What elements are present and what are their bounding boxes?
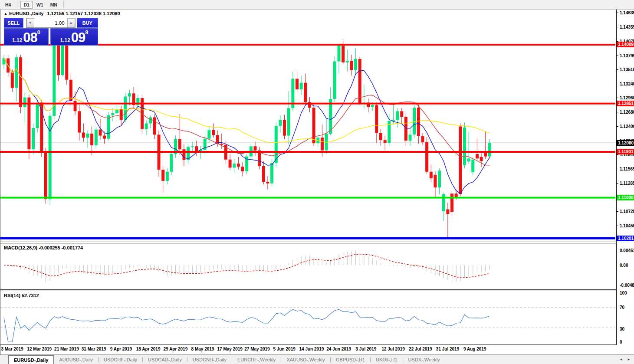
timeframe-mn-button[interactable]: MN: [47, 1, 60, 9]
macd-axis-label: -0.004806: [617, 282, 634, 288]
current-price-label: 1.12080: [617, 140, 634, 146]
symbol-marker-icon: ▲: [4, 12, 7, 16]
level-price-label: 1.14009: [617, 42, 634, 47]
date-axis-label: 29 Apr 2019: [163, 347, 187, 351]
macd-indicator-label: MACD(12,26,9) -0.000255 -0.001774: [4, 245, 83, 250]
date-axis-label: 9 Apr 2019: [110, 347, 132, 351]
rsi-axis-label: 70: [617, 305, 624, 310]
timeframe-toolbar: H4 D1 W1 MN: [0, 0, 634, 10]
tab-scroll-right-icon[interactable]: ►: [627, 357, 631, 361]
date-axis-label: 27 May 2019: [244, 347, 269, 351]
date-axis-label: 3 Jul 2019: [355, 347, 376, 351]
volume-decrease-icon[interactable]: ▼: [26, 18, 34, 27]
date-axis: 3 Mar 201912 Mar 201921 Mar 201931 Mar 2…: [0, 345, 616, 354]
price-tick-label: 1.12680: [617, 109, 634, 115]
sell-button[interactable]: SELL: [4, 18, 23, 28]
timeframe-w1-button[interactable]: W1: [33, 1, 46, 9]
volume-increase-icon[interactable]: ▲: [67, 18, 75, 27]
level-price-label: 1.12851: [617, 101, 634, 106]
sell-price-panel[interactable]: 1.12 08 0: [4, 28, 49, 46]
date-axis-label: 8 May 2019: [191, 347, 214, 351]
price-tick-label: 1.13240: [617, 81, 634, 87]
tab-scroll-controls: ◄►: [619, 357, 631, 361]
date-axis-label: 24 Jun 2019: [326, 347, 351, 351]
price-tick-label: 1.12960: [617, 95, 634, 101]
one-click-trading-panel: SELL ▼ ▲ BUY 1.12 08 0 1.12 09 8: [4, 18, 98, 46]
chart-tab[interactable]: USDX-,Weekly: [403, 355, 445, 364]
sell-price-big: 08: [23, 32, 37, 44]
chart-title: ▲EURUSD-,Daily1.12156 1.12157 1.12038 1.…: [4, 11, 120, 16]
volume-input[interactable]: [34, 18, 67, 27]
chart-ohlc-values: 1.12156 1.12157 1.12038 1.12080: [47, 11, 120, 16]
chart-tab[interactable]: USDCAD-,Daily: [143, 355, 187, 364]
macd-axis-label: 0.004517: [617, 248, 634, 253]
rsi-axis-label: 0: [617, 339, 622, 345]
chart-tab[interactable]: GBPUSD-,H1: [331, 355, 370, 364]
chart-tab[interactable]: EURCHF-,Weekly: [232, 355, 281, 364]
chart-tab[interactable]: AUDUSD-,Daily: [54, 355, 98, 364]
date-axis-label: 14 Jun 2019: [299, 347, 324, 351]
price-tick-label: 1.13515: [617, 67, 634, 72]
buy-price-panel[interactable]: 1.12 09 8: [50, 28, 98, 46]
sell-price-prefix: 1.12: [12, 37, 22, 44]
price-tick-label: 1.10450: [617, 223, 634, 229]
chart-tab[interactable]: USDCNH-,Daily: [187, 355, 232, 364]
chart-symbol-label: EURUSD-,Daily: [9, 11, 43, 16]
date-axis-label: 9 Aug 2019: [463, 347, 486, 351]
tab-scroll-left-icon[interactable]: ◄: [619, 357, 623, 361]
price-tick-label: 1.13795: [617, 53, 634, 59]
toolbar-separator: [17, 1, 17, 8]
rsi-axis-label: 100: [617, 290, 627, 296]
chart-window: ▲EURUSD-,Daily1.12156 1.12157 1.12038 1.…: [0, 10, 634, 354]
date-axis-label: 18 Apr 2019: [136, 347, 161, 351]
price-tick-label: 1.11285: [617, 180, 634, 186]
rsi-axis-label: 30: [617, 326, 624, 332]
level-price-label: 1.11901: [617, 149, 634, 154]
date-axis-label: 17 May 2019: [217, 347, 243, 351]
date-axis-label: 21 Mar 2019: [54, 347, 79, 351]
price-chart-canvas[interactable]: [0, 10, 616, 345]
chart-tab-active[interactable]: EURUSD-,Daily: [8, 355, 54, 364]
date-axis-label: 12 Jul 2019: [381, 347, 404, 351]
volume-stepper: ▼ ▲: [26, 18, 76, 28]
buy-price-big: 09: [71, 32, 85, 44]
date-axis-label: 12 Mar 2019: [27, 347, 52, 351]
date-axis-label: 31 Mar 2019: [82, 347, 106, 351]
date-axis-label: 31 Jul 2019: [436, 347, 459, 351]
price-tick-label: 1.11565: [617, 166, 634, 172]
price-tick-label: 1.12400: [617, 124, 634, 129]
sell-price-pip: 0: [37, 30, 40, 35]
rsi-indicator-label: RSI(14) 52.7312: [4, 293, 39, 298]
timeframe-h4-button[interactable]: H4: [2, 1, 14, 9]
buy-price-pip: 8: [85, 30, 88, 35]
date-axis-label: 22 Jul 2019: [409, 347, 432, 351]
date-axis-label: 3 Mar 2019: [1, 347, 23, 351]
toolbar-group-separator: [63, 1, 64, 8]
buy-price-prefix: 1.12: [60, 37, 70, 44]
chart-tab[interactable]: UKOil-,H1: [371, 355, 403, 364]
price-axis: 1.146351.143551.140751.137951.135151.132…: [616, 10, 634, 345]
trading-terminal: H4 D1 W1 MN ▲EURUSD-,Daily1.12156 1.1215…: [0, 0, 634, 364]
chart-tab-bar: EURUSD-,DailyAUDUSD-,DailyUSDCHF-,DailyU…: [0, 354, 634, 364]
price-tick-label: 1.10725: [617, 209, 634, 214]
macd-axis-label: 0.00: [617, 262, 628, 268]
price-tick-label: 1.14635: [617, 10, 634, 16]
level-price-label: 1.11000: [617, 195, 634, 200]
buy-button[interactable]: BUY: [77, 18, 98, 28]
price-tick-label: 1.14355: [617, 24, 634, 30]
level-price-label: 1.10201: [617, 236, 634, 241]
timeframe-d1-button[interactable]: D1: [20, 1, 32, 9]
chart-tab[interactable]: XAUUSD-,Weekly: [281, 355, 330, 364]
date-axis-label: 5 Jun 2019: [273, 347, 296, 351]
chart-tab[interactable]: USDCHF-,Daily: [99, 355, 142, 364]
